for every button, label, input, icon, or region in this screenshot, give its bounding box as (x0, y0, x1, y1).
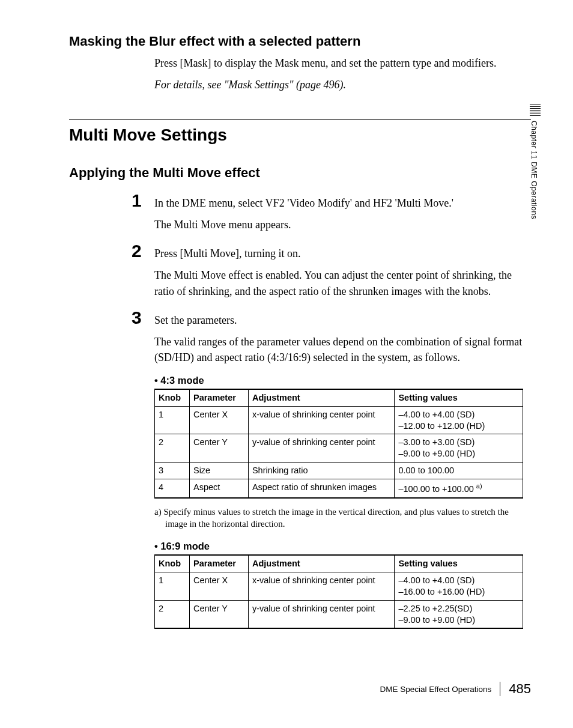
table-row: 4 Aspect Aspect ratio of shrunken images… (155, 479, 523, 498)
step-number: 3 (132, 309, 154, 327)
cell-param: Center X (189, 406, 248, 434)
cell-adj: Shrinking ratio (248, 463, 395, 479)
table-row: 1 Center X x-value of shrinking center p… (155, 572, 523, 601)
cell-adj: x-value of shrinking center point (248, 572, 395, 601)
footer-section-title: DME Special Effect Operations (380, 685, 491, 694)
cell-param: Center X (189, 572, 248, 601)
cell-knob: 1 (155, 406, 190, 434)
cell-val: –2.25 to +2.25(SD)–9.00 to +9.00 (HD) (395, 600, 523, 628)
table-row: 1 Center X x-value of shrinking center p… (155, 406, 523, 434)
cell-adj: Aspect ratio of shrunken images (248, 479, 395, 498)
col-header-values: Setting values (395, 389, 523, 406)
footer-divider (500, 682, 500, 696)
step-number: 2 (132, 242, 154, 260)
col-header-adjustment: Adjustment (248, 389, 395, 406)
cell-val: –4.00 to +4.00 (SD)–12.00 to +12.00 (HD) (395, 406, 523, 434)
cell-param: Aspect (189, 479, 248, 498)
col-header-values: Setting values (395, 555, 523, 572)
step-text: In the DME menu, select VF2 'Video Modif… (154, 192, 453, 211)
cell-val: –3.00 to +3.00 (SD)–9.00 to +9.00 (HD) (395, 434, 523, 463)
table-43-footnote: a) Specify minus values to stretch the i… (154, 506, 531, 530)
cell-adj: y-value of shrinking center point (248, 434, 395, 463)
cell-knob: 4 (155, 479, 190, 498)
step-1-sub: The Multi Move menu appears. (154, 217, 531, 232)
step-1: 1 In the DME menu, select VF2 'Video Mod… (132, 192, 531, 211)
cell-param: Center Y (189, 434, 248, 463)
heading-applying-multi-move: Applying the Multi Move effect (69, 165, 531, 181)
col-header-parameter: Parameter (189, 555, 248, 572)
table-header-row: Knob Parameter Adjustment Setting values (155, 389, 523, 406)
step-number: 1 (132, 192, 154, 210)
heading-multi-move-settings: Multi Move Settings (69, 126, 531, 145)
heading-masking: Masking the Blur effect with a selected … (69, 34, 531, 49)
side-tab-lines (530, 105, 542, 116)
cell-val-text: –100.00 to +100.00 (398, 484, 473, 494)
cell-knob: 2 (155, 434, 190, 463)
footnote-marker: a) (476, 482, 482, 490)
col-header-knob: Knob (155, 389, 190, 406)
table-row: 3 Size Shrinking ratio 0.00 to 100.00 (155, 463, 523, 479)
step-text: Set the parameters. (154, 309, 237, 328)
cell-knob: 1 (155, 572, 190, 601)
cell-knob: 3 (155, 463, 190, 479)
cell-adj: x-value of shrinking center point (248, 406, 395, 434)
step-2: 2 Press [Multi Move], turning it on. (132, 242, 531, 261)
page-footer: DME Special Effect Operations 485 (380, 681, 531, 697)
col-header-knob: Knob (155, 555, 190, 572)
step-text: Press [Multi Move], turning it on. (154, 242, 301, 261)
table-row: 2 Center Y y-value of shrinking center p… (155, 600, 523, 628)
cell-adj: y-value of shrinking center point (248, 600, 395, 628)
side-tab: Chapter 11 DME Operations (530, 105, 542, 219)
table-43-title: • 4:3 mode (154, 375, 531, 386)
page-number: 485 (509, 681, 531, 697)
cell-knob: 2 (155, 600, 190, 628)
cell-val: –100.00 to +100.00 a) (395, 479, 523, 498)
cell-val: –4.00 to +4.00 (SD)–16.00 to +16.00 (HD) (395, 572, 523, 601)
side-tab-text: Chapter 11 DME Operations (530, 121, 538, 219)
table-43-mode: Knob Parameter Adjustment Setting values… (154, 389, 523, 499)
cell-param: Center Y (189, 600, 248, 628)
section-divider (69, 119, 531, 120)
table-header-row: Knob Parameter Adjustment Setting values (155, 555, 523, 572)
step-2-sub: The Multi Move effect is enabled. You ca… (154, 267, 531, 299)
step-3: 3 Set the parameters. (132, 309, 531, 328)
para-mask-instruction: Press [Mask] to display the Mask menu, a… (154, 55, 531, 71)
cell-val: 0.00 to 100.00 (395, 463, 523, 479)
col-header-parameter: Parameter (189, 389, 248, 406)
para-mask-reference: For details, see "Mask Settings" (page 4… (154, 77, 531, 93)
col-header-adjustment: Adjustment (248, 555, 395, 572)
step-3-sub: The valid ranges of the parameter values… (154, 334, 531, 365)
table-169-title: • 16:9 mode (154, 541, 531, 552)
table-169-mode: Knob Parameter Adjustment Setting values… (154, 554, 523, 629)
cell-param: Size (189, 463, 248, 479)
table-row: 2 Center Y y-value of shrinking center p… (155, 434, 523, 463)
